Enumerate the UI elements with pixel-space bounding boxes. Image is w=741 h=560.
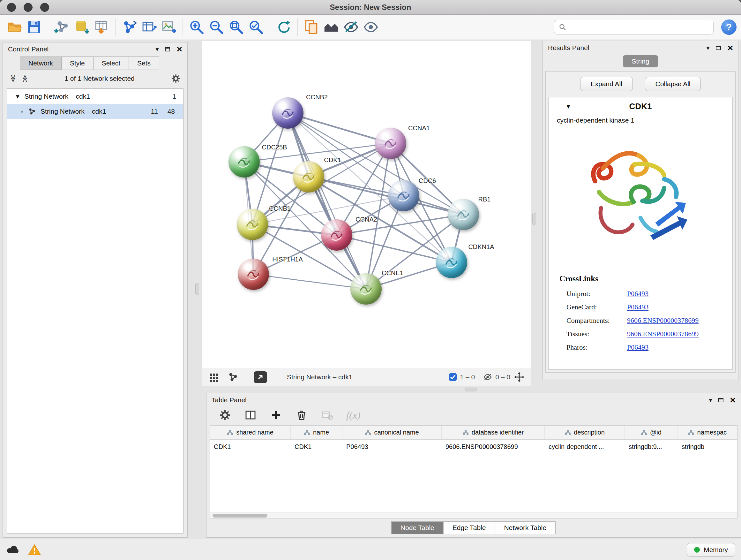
float-panel-icon[interactable] xyxy=(718,398,724,402)
first-neighbors-button[interactable] xyxy=(321,17,341,38)
network-collection-row[interactable]: ▾ String Network – cdk1 1 xyxy=(7,89,183,104)
show-details-button[interactable] xyxy=(361,17,381,38)
network-node-cdc6[interactable] xyxy=(388,180,419,211)
birds-eye-view-icon[interactable] xyxy=(227,372,239,382)
column-header-namespac[interactable]: namespac xyxy=(678,426,737,439)
tab-node-table[interactable]: Node Table xyxy=(391,521,444,534)
panel-menu-icon[interactable]: ▾ xyxy=(155,45,158,53)
network-node-ccna1[interactable] xyxy=(375,128,406,159)
search-input[interactable] xyxy=(569,23,709,31)
import-network-from-database-button[interactable] xyxy=(72,17,91,38)
network-node-ccna2[interactable] xyxy=(321,219,352,251)
network-node-cdk1[interactable] xyxy=(293,161,324,192)
panel-menu-icon[interactable]: ▾ xyxy=(706,44,710,52)
horizontal-scrollbar[interactable] xyxy=(210,512,737,518)
export-image-button[interactable] xyxy=(159,17,179,38)
pan-network-icon[interactable] xyxy=(514,372,524,382)
show-columns-icon[interactable] xyxy=(244,409,257,422)
memory-button[interactable]: Memory xyxy=(687,543,735,557)
close-panel-icon[interactable]: × xyxy=(727,44,733,52)
column-header-name[interactable]: name xyxy=(291,426,342,439)
tab-string[interactable]: String xyxy=(623,55,658,67)
clipboard-document-button[interactable] xyxy=(301,17,321,38)
network-node-hist1h1a[interactable] xyxy=(238,259,269,290)
network-node-ccne1[interactable] xyxy=(350,273,382,305)
zoom-fit-button[interactable] xyxy=(226,17,246,38)
column-header-description[interactable]: description xyxy=(545,426,625,439)
close-panel-icon[interactable]: × xyxy=(730,396,736,404)
cloud-status-button[interactable] xyxy=(6,544,20,556)
tab-edge-table[interactable]: Edge Table xyxy=(443,521,495,534)
tab-sets[interactable]: Sets xyxy=(129,57,159,70)
network-canvas[interactable]: CCNB2 CCNA1 CDC25B CDK1 CDC6 RB1 CCNB1 C… xyxy=(202,41,531,368)
collapse-all-button[interactable]: Collapse All xyxy=(645,77,701,91)
refresh-button[interactable] xyxy=(274,17,293,38)
crosslink-link[interactable]: P06493 xyxy=(627,303,732,311)
network-edge[interactable] xyxy=(288,113,391,143)
table-cell[interactable]: CDK1 xyxy=(210,440,291,454)
table-cell[interactable]: 9606.ENSP00000378699 xyxy=(442,440,545,454)
save-session-button[interactable] xyxy=(24,17,44,38)
new-network-button[interactable] xyxy=(119,17,139,38)
help-button[interactable]: ? xyxy=(721,19,737,35)
zoom-in-button[interactable] xyxy=(187,17,206,38)
column-header-canonical-name[interactable]: canonical name xyxy=(342,426,442,439)
network-node-ccnb2[interactable] xyxy=(272,98,304,129)
minimize-window-button[interactable] xyxy=(23,3,32,12)
panel-resize-handle[interactable] xyxy=(465,388,477,391)
results-panel-title: Results Panel xyxy=(548,44,590,52)
tab-select[interactable]: Select xyxy=(93,57,129,70)
zoom-selected-button[interactable] xyxy=(246,17,266,38)
scrollbar-thumb[interactable] xyxy=(212,514,267,517)
float-panel-icon[interactable] xyxy=(165,47,170,51)
network-row-selected[interactable]: ● String Network – cdk1 11 48 xyxy=(7,104,183,119)
network-edge[interactable] xyxy=(253,274,366,289)
panel-menu-icon[interactable]: ▾ xyxy=(709,396,712,404)
maximize-window-button[interactable] xyxy=(40,3,49,12)
collapse-gene-icon[interactable]: ▼ xyxy=(565,103,571,110)
column-header-database-identifier[interactable]: database identifier xyxy=(442,426,545,439)
import-network-from-file-button[interactable] xyxy=(52,17,72,38)
crosslink-link[interactable]: P06493 xyxy=(627,343,732,352)
panel-resize-handle[interactable] xyxy=(532,212,536,225)
table-cell[interactable]: cyclin-dependent ... xyxy=(545,440,625,454)
delete-column-trash-icon[interactable] xyxy=(295,409,308,422)
open-session-button[interactable] xyxy=(4,17,24,38)
new-table-button[interactable] xyxy=(139,17,159,38)
warning-button[interactable] xyxy=(27,544,42,556)
hide-details-button[interactable] xyxy=(341,17,361,38)
zoom-out-button[interactable] xyxy=(206,17,226,38)
tab-network[interactable]: Network xyxy=(20,57,62,70)
collapse-collection-icon[interactable]: ▾ xyxy=(16,92,19,100)
close-window-button[interactable] xyxy=(7,3,16,12)
expand-all-networks-icon[interactable]: ≫ xyxy=(10,75,17,82)
crosslink-link[interactable]: P06493 xyxy=(627,290,732,298)
panel-resize-handle[interactable] xyxy=(195,283,199,295)
network-options-gear-icon[interactable] xyxy=(171,73,181,84)
export-view-button[interactable] xyxy=(254,371,267,383)
table-cell[interactable]: stringdb:9... xyxy=(625,440,678,454)
table-row[interactable]: CDK1CDK1P064939606.ENSP00000378699cyclin… xyxy=(210,440,737,454)
column-header-id[interactable]: @id xyxy=(625,426,678,439)
control-panel-tabs: NetworkStyleSelectSets xyxy=(20,57,184,70)
network-node-cdc25b[interactable] xyxy=(228,146,260,178)
collapse-all-networks-icon[interactable]: ≫ xyxy=(21,75,28,82)
close-panel-icon[interactable]: × xyxy=(177,45,182,53)
crosslink-link[interactable]: 9606.ENSP00000378699 xyxy=(627,330,732,338)
grid-view-icon[interactable] xyxy=(208,372,219,382)
table-settings-gear-icon[interactable] xyxy=(219,409,231,422)
network-node-rb1[interactable] xyxy=(448,199,479,230)
column-header-shared-name[interactable]: shared name xyxy=(210,426,291,439)
tab-style[interactable]: Style xyxy=(61,57,93,70)
tab-network-table[interactable]: Network Table xyxy=(495,521,556,534)
table-cell[interactable]: CDK1 xyxy=(291,440,342,454)
create-column-plus-icon[interactable] xyxy=(270,409,282,422)
network-node-cdkn1a[interactable] xyxy=(436,247,467,278)
table-cell[interactable]: P06493 xyxy=(342,440,442,454)
expand-all-button[interactable]: Expand All xyxy=(580,77,633,91)
network-node-ccnb1[interactable] xyxy=(237,209,268,240)
crosslink-link[interactable]: 9606.ENSP00000378699 xyxy=(627,316,732,325)
float-panel-icon[interactable] xyxy=(716,46,721,50)
table-cell[interactable]: stringdb xyxy=(678,440,737,454)
import-table-button[interactable] xyxy=(91,17,111,38)
